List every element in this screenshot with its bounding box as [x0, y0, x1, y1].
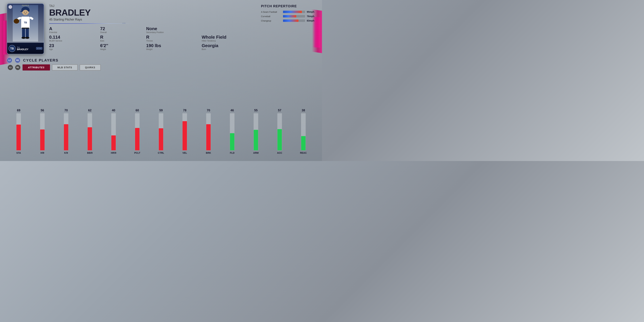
overall-label: Overall — [100, 31, 138, 34]
middle-section: L2 R2 CYCLE PLAYERS — [7, 58, 315, 63]
card-player-image: TB — [7, 4, 44, 43]
bar-column-bb/9: 62 BB/9 — [78, 109, 102, 154]
stats-grid: A Potential 72 Overall None Secondary Po… — [49, 26, 256, 50]
svg-text:TB: TB — [24, 21, 27, 24]
bar-label-vel: VEL — [182, 152, 187, 154]
pitch-bar-fastball — [283, 11, 305, 13]
tb-logo-svg: TB — [8, 45, 16, 52]
bars-section: 69 STA 56 H/9 70 K/9 62 BB/9 40 — [7, 74, 315, 158]
stat-hitter-tendency: Whole Field Hitter Tendency — [202, 35, 256, 42]
bar-label-pclt: PCLT — [134, 152, 140, 154]
player-subtitle: 45 Starting Pitcher Rays — [49, 18, 256, 21]
tab-quirks[interactable]: QUIRKS — [80, 64, 101, 70]
bar-column-fld: 46 FLD — [220, 109, 244, 154]
bar-track-sta — [16, 113, 21, 150]
player-card: TOPPS — [7, 4, 44, 54]
svg-point-6 — [24, 12, 25, 12]
potential-label: Potential — [49, 31, 92, 34]
bar-label-reac: REAC — [300, 152, 307, 154]
l2-badge[interactable]: L2 — [7, 58, 12, 63]
pitch-speed-fastball: 95mph — [307, 10, 315, 13]
stat-weight: 190 lbs Weight — [146, 44, 193, 50]
stat-empty-1: - - — [202, 26, 256, 34]
bar-track-arm — [254, 113, 258, 150]
tabs-section: L1 R1 ATTRIBUTES MLB STATS QUIRKS — [7, 64, 315, 70]
pitch-repertoire: PITCH REPERTOIRE 4-Seam Fastball 95mph C… — [261, 4, 315, 24]
bar-track-vel — [182, 113, 187, 150]
top-section: TOPPS — [7, 4, 315, 54]
bar-fill-pclt — [135, 128, 140, 150]
bar-track-brk — [206, 113, 211, 150]
bar-label-hr/9: HR/9 — [111, 152, 116, 154]
pitch-name-changeup: Changeup — [261, 20, 281, 22]
bar-value-sta: 69 — [17, 109, 20, 112]
bar-label-sta: STA — [16, 152, 21, 154]
pitch-item-curveball: Curveball 76mph — [261, 15, 315, 18]
bar-column-reac: 38 REAC — [292, 109, 315, 154]
r1-badge[interactable]: R1 — [15, 65, 20, 70]
born-label: Born — [202, 48, 256, 50]
potential-value: A — [49, 26, 92, 31]
info-divider — [49, 24, 134, 24]
age-label: Age — [49, 48, 92, 50]
overall-value: 72 — [100, 26, 138, 31]
bar-label-acc: ACC — [277, 152, 282, 154]
bar-column-k/9: 70 K/9 — [54, 109, 78, 154]
bar-fill-sta — [16, 124, 21, 150]
svg-point-15 — [22, 37, 26, 39]
bar-value-ctrl: 59 — [159, 109, 163, 112]
bar-track-bb/9 — [88, 113, 92, 150]
bar-fill-bb/9 — [88, 127, 92, 150]
stat-born: Georgia Born — [202, 44, 256, 50]
card-name-block: TAJ BRADLEY — [17, 46, 35, 50]
stat-mlb-service: 0.114 MLB® Service — [49, 35, 92, 42]
pitch-bar-curveball — [283, 15, 305, 18]
bar-label-arm: ARM — [253, 152, 258, 154]
bar-fill-ctrl — [159, 128, 163, 150]
bar-track-fld — [230, 113, 234, 150]
pitch-name-curveball: Curveball — [261, 15, 281, 18]
bar-value-k/9: 70 — [64, 109, 68, 112]
pitch-bar-changeup — [283, 20, 305, 22]
secondary-pos-value: None — [146, 26, 193, 31]
weight-value: 190 lbs — [146, 44, 193, 48]
bar-value-hr/9: 40 — [112, 109, 115, 112]
height-value: 6'2'' — [100, 44, 138, 48]
bar-label-bb/9: BB/9 — [87, 152, 92, 154]
bar-column-pclt: 60 PCLT — [126, 109, 149, 154]
cycle-players-label: CYCLE PLAYERS — [23, 58, 58, 62]
bar-value-acc: 57 — [278, 109, 281, 112]
bar-track-h/9 — [40, 113, 45, 150]
hitter-tendency-value: Whole Field — [202, 35, 256, 39]
bar-track-pclt — [135, 113, 140, 150]
bar-fill-fld — [230, 133, 234, 150]
tab-attributes[interactable]: ATTRIBUTES — [22, 64, 50, 70]
age-value: 23 — [49, 44, 92, 48]
stat-throws: R Throws — [146, 35, 193, 42]
pitch-name-fastball: 4-Seam Fastball — [261, 11, 281, 13]
r2-badge[interactable]: R2 — [15, 58, 20, 63]
card-position-badge: SP R/R — [36, 47, 42, 50]
bar-value-pclt: 60 — [136, 109, 139, 112]
player-figure-svg: TB — [13, 5, 38, 42]
bar-column-sta: 69 STA — [7, 109, 30, 154]
svg-rect-14 — [26, 28, 29, 37]
l1-badge[interactable]: L1 — [8, 65, 13, 70]
svg-point-5 — [22, 10, 28, 15]
bar-column-h/9: 56 H/9 — [30, 109, 54, 154]
bats-label: Bats — [100, 40, 138, 42]
stat-age: 23 Age — [49, 44, 92, 50]
pitch-speed-changeup: 83mph — [307, 19, 315, 22]
stat-overall: 72 Overall — [100, 26, 138, 34]
pitch-item-changeup: Changeup 83mph — [261, 19, 315, 22]
bar-label-ctrl: CTRL — [158, 152, 164, 154]
svg-text:TB: TB — [10, 47, 14, 50]
bar-fill-vel — [182, 121, 187, 150]
bar-column-acc: 57 ACC — [268, 109, 292, 154]
tab-mlb-stats[interactable]: MLB STATS — [52, 64, 78, 70]
bar-track-reac — [301, 113, 306, 150]
bar-label-fld: FLD — [230, 152, 234, 154]
throws-label: Throws — [146, 40, 193, 42]
svg-rect-17 — [22, 28, 29, 29]
bar-label-k/9: K/9 — [64, 152, 68, 154]
